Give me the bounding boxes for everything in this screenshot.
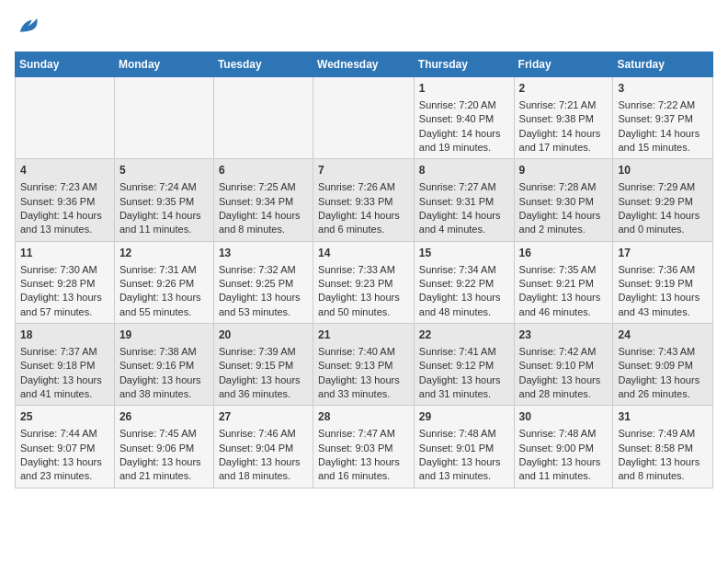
day-number: 27 — [219, 409, 308, 425]
day-info: Sunrise: 7:48 AM Sunset: 9:01 PM Dayligh… — [419, 428, 501, 481]
day-number: 31 — [618, 409, 708, 425]
calendar-cell: 20Sunrise: 7:39 AM Sunset: 9:15 PM Dayli… — [213, 324, 313, 406]
calendar-cell: 12Sunrise: 7:31 AM Sunset: 9:26 PM Dayli… — [114, 241, 213, 323]
column-header-wednesday: Wednesday — [313, 52, 415, 77]
column-header-thursday: Thursday — [414, 52, 514, 77]
day-info: Sunrise: 7:29 AM Sunset: 9:29 PM Dayligh… — [618, 181, 700, 235]
day-info: Sunrise: 7:35 AM Sunset: 9:21 PM Dayligh… — [519, 264, 601, 317]
calendar-cell: 25Sunrise: 7:44 AM Sunset: 9:07 PM Dayli… — [16, 406, 115, 488]
calendar-cell: 7Sunrise: 7:26 AM Sunset: 9:33 PM Daylig… — [313, 159, 415, 241]
day-number: 29 — [419, 409, 509, 425]
day-info: Sunrise: 7:23 AM Sunset: 9:36 PM Dayligh… — [20, 181, 102, 235]
day-number: 10 — [618, 163, 708, 178]
day-number: 4 — [20, 163, 109, 178]
day-info: Sunrise: 7:37 AM Sunset: 9:18 PM Dayligh… — [20, 346, 102, 399]
day-info: Sunrise: 7:25 AM Sunset: 9:34 PM Dayligh… — [219, 181, 301, 235]
calendar-week-row: 25Sunrise: 7:44 AM Sunset: 9:07 PM Dayli… — [16, 406, 713, 488]
day-info: Sunrise: 7:44 AM Sunset: 9:07 PM Dayligh… — [20, 428, 102, 481]
day-number: 9 — [519, 163, 609, 178]
day-number: 14 — [318, 246, 409, 261]
calendar-cell: 18Sunrise: 7:37 AM Sunset: 9:18 PM Dayli… — [16, 324, 115, 406]
day-number: 30 — [519, 409, 609, 425]
day-number: 5 — [119, 163, 209, 178]
day-info: Sunrise: 7:49 AM Sunset: 8:58 PM Dayligh… — [618, 428, 700, 481]
day-number: 25 — [20, 409, 109, 425]
calendar-cell: 4Sunrise: 7:23 AM Sunset: 9:36 PM Daylig… — [16, 159, 115, 241]
day-info: Sunrise: 7:46 AM Sunset: 9:04 PM Dayligh… — [219, 428, 301, 481]
day-number: 12 — [119, 246, 209, 261]
calendar-cell: 8Sunrise: 7:27 AM Sunset: 9:31 PM Daylig… — [414, 159, 514, 241]
day-number: 6 — [219, 163, 308, 178]
day-number: 2 — [519, 81, 609, 97]
calendar-cell: 5Sunrise: 7:24 AM Sunset: 9:35 PM Daylig… — [114, 159, 213, 241]
calendar-cell — [16, 77, 115, 159]
calendar-week-row: 11Sunrise: 7:30 AM Sunset: 9:28 PM Dayli… — [16, 241, 713, 323]
day-number: 20 — [219, 327, 308, 343]
day-number: 18 — [20, 327, 109, 343]
calendar-week-row: 18Sunrise: 7:37 AM Sunset: 9:18 PM Dayli… — [16, 324, 713, 406]
day-number: 17 — [618, 246, 708, 261]
day-info: Sunrise: 7:34 AM Sunset: 9:22 PM Dayligh… — [419, 264, 501, 317]
day-number: 1 — [419, 81, 509, 97]
calendar-cell: 9Sunrise: 7:28 AM Sunset: 9:30 PM Daylig… — [514, 159, 613, 241]
day-info: Sunrise: 7:43 AM Sunset: 9:09 PM Dayligh… — [618, 346, 700, 399]
logo-bird-icon — [15, 15, 40, 40]
column-header-tuesday: Tuesday — [213, 52, 313, 77]
day-info: Sunrise: 7:31 AM Sunset: 9:26 PM Dayligh… — [119, 264, 201, 317]
day-info: Sunrise: 7:21 AM Sunset: 9:38 PM Dayligh… — [519, 99, 601, 153]
day-info: Sunrise: 7:30 AM Sunset: 9:28 PM Dayligh… — [20, 264, 102, 317]
day-number: 23 — [519, 327, 609, 343]
calendar-cell: 23Sunrise: 7:42 AM Sunset: 9:10 PM Dayli… — [514, 324, 613, 406]
day-number: 15 — [419, 246, 509, 261]
calendar-cell — [313, 77, 415, 159]
day-number: 24 — [618, 327, 708, 343]
calendar-cell: 22Sunrise: 7:41 AM Sunset: 9:12 PM Dayli… — [414, 324, 514, 406]
logo — [15, 15, 44, 44]
day-number: 8 — [419, 163, 509, 178]
day-number: 19 — [119, 327, 209, 343]
calendar-cell: 10Sunrise: 7:29 AM Sunset: 9:29 PM Dayli… — [613, 159, 713, 241]
day-number: 3 — [618, 81, 708, 97]
day-number: 11 — [20, 246, 109, 261]
day-info: Sunrise: 7:28 AM Sunset: 9:30 PM Dayligh… — [519, 181, 601, 235]
calendar-cell — [114, 77, 213, 159]
column-header-friday: Friday — [514, 52, 613, 77]
day-number: 13 — [219, 246, 308, 261]
calendar-cell: 11Sunrise: 7:30 AM Sunset: 9:28 PM Dayli… — [16, 241, 115, 323]
day-info: Sunrise: 7:45 AM Sunset: 9:06 PM Dayligh… — [119, 428, 201, 481]
day-info: Sunrise: 7:27 AM Sunset: 9:31 PM Dayligh… — [419, 181, 501, 235]
calendar-cell: 3Sunrise: 7:22 AM Sunset: 9:37 PM Daylig… — [613, 77, 713, 159]
calendar-cell: 21Sunrise: 7:40 AM Sunset: 9:13 PM Dayli… — [313, 324, 415, 406]
day-info: Sunrise: 7:42 AM Sunset: 9:10 PM Dayligh… — [519, 346, 601, 399]
calendar-cell: 14Sunrise: 7:33 AM Sunset: 9:23 PM Dayli… — [313, 241, 415, 323]
day-info: Sunrise: 7:38 AM Sunset: 9:16 PM Dayligh… — [119, 346, 201, 399]
calendar-cell: 13Sunrise: 7:32 AM Sunset: 9:25 PM Dayli… — [213, 241, 313, 323]
calendar-cell: 15Sunrise: 7:34 AM Sunset: 9:22 PM Dayli… — [414, 241, 514, 323]
calendar-cell: 2Sunrise: 7:21 AM Sunset: 9:38 PM Daylig… — [514, 77, 613, 159]
day-number: 7 — [318, 163, 409, 178]
calendar-header-row: SundayMondayTuesdayWednesdayThursdayFrid… — [16, 52, 713, 77]
day-info: Sunrise: 7:24 AM Sunset: 9:35 PM Dayligh… — [119, 181, 201, 235]
day-info: Sunrise: 7:47 AM Sunset: 9:03 PM Dayligh… — [318, 428, 400, 481]
calendar-cell: 28Sunrise: 7:47 AM Sunset: 9:03 PM Dayli… — [313, 406, 415, 488]
column-header-sunday: Sunday — [16, 52, 115, 77]
column-header-saturday: Saturday — [613, 52, 713, 77]
page-header — [15, 15, 713, 44]
column-header-monday: Monday — [114, 52, 213, 77]
day-info: Sunrise: 7:40 AM Sunset: 9:13 PM Dayligh… — [318, 346, 400, 399]
day-info: Sunrise: 7:48 AM Sunset: 9:00 PM Dayligh… — [519, 428, 601, 481]
day-info: Sunrise: 7:20 AM Sunset: 9:40 PM Dayligh… — [419, 99, 501, 153]
calendar-cell: 19Sunrise: 7:38 AM Sunset: 9:16 PM Dayli… — [114, 324, 213, 406]
calendar-cell: 29Sunrise: 7:48 AM Sunset: 9:01 PM Dayli… — [414, 406, 514, 488]
calendar-cell: 1Sunrise: 7:20 AM Sunset: 9:40 PM Daylig… — [414, 77, 514, 159]
day-info: Sunrise: 7:36 AM Sunset: 9:19 PM Dayligh… — [618, 264, 700, 317]
day-info: Sunrise: 7:33 AM Sunset: 9:23 PM Dayligh… — [318, 264, 400, 317]
day-info: Sunrise: 7:39 AM Sunset: 9:15 PM Dayligh… — [219, 346, 301, 399]
day-number: 26 — [119, 409, 209, 425]
calendar-cell: 31Sunrise: 7:49 AM Sunset: 8:58 PM Dayli… — [613, 406, 713, 488]
calendar-cell: 24Sunrise: 7:43 AM Sunset: 9:09 PM Dayli… — [613, 324, 713, 406]
calendar-cell: 16Sunrise: 7:35 AM Sunset: 9:21 PM Dayli… — [514, 241, 613, 323]
day-number: 16 — [519, 246, 609, 261]
calendar-cell — [213, 77, 313, 159]
calendar-week-row: 4Sunrise: 7:23 AM Sunset: 9:36 PM Daylig… — [16, 159, 713, 241]
